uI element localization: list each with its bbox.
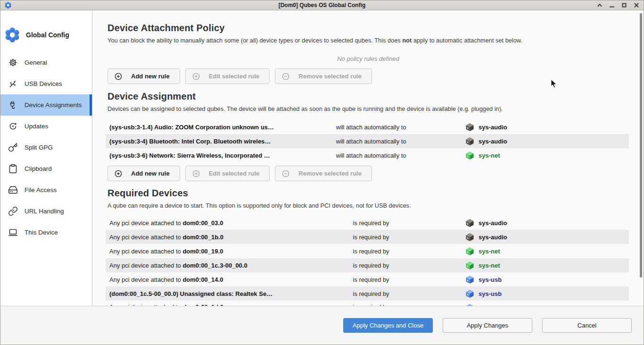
table-row[interactable]: Any pci device attached to dom0:00_03.0 … bbox=[106, 216, 629, 230]
qube-cell: sys-usb bbox=[458, 289, 629, 298]
shade-icon[interactable] bbox=[596, 2, 603, 8]
clipboard-icon bbox=[8, 164, 18, 174]
device-assignment-description: Devices can be assigned to selected qube… bbox=[107, 105, 629, 112]
updates-icon bbox=[8, 121, 18, 131]
attachment-policy-description: You can block the ability to manually at… bbox=[107, 37, 629, 44]
sidebar-item-device-assignments[interactable]: Device Assignments bbox=[0, 94, 92, 116]
vertical-scrollbar[interactable] bbox=[640, 13, 642, 278]
maximize-icon[interactable] bbox=[621, 2, 627, 8]
apply-changes-and-close-button[interactable]: Apply Changes and Close bbox=[343, 318, 433, 333]
qube-cell: sys-audio bbox=[458, 137, 629, 146]
plus-circle-icon bbox=[115, 170, 122, 177]
minus-circle-icon bbox=[282, 170, 289, 177]
sidebar-title: Global Config bbox=[26, 31, 69, 39]
qube-cell: sys-audio bbox=[458, 123, 629, 132]
link-icon bbox=[8, 206, 18, 216]
qube-cell: sys-net bbox=[458, 151, 629, 160]
qube-icon bbox=[465, 261, 474, 270]
sidebar-item-label: USB Devices bbox=[25, 80, 62, 87]
qube-cell: sys-audio bbox=[458, 219, 629, 227]
table-row[interactable]: Any pci device attached to dom0:00_19.0 … bbox=[106, 244, 629, 258]
qube-icon bbox=[465, 123, 474, 132]
apply-changes-button[interactable]: Apply Changes bbox=[443, 318, 532, 333]
qube-icon bbox=[465, 247, 474, 256]
qube-icon bbox=[465, 289, 474, 298]
edit-selected-rule-button[interactable]: Edit selected rule bbox=[185, 166, 270, 181]
sidebar-item-label: Clipboard bbox=[25, 165, 52, 172]
table-row[interactable]: Any pci device attached to dom0:00_14.0 … bbox=[106, 272, 629, 286]
edit-selected-rule-button[interactable]: Edit selected rule bbox=[185, 68, 270, 84]
sidebar-header: Global Config bbox=[0, 25, 92, 45]
sidebar-item-updates[interactable]: Updates bbox=[0, 116, 92, 137]
sidebar-item-label: File Access bbox=[25, 186, 57, 194]
close-icon[interactable] bbox=[633, 2, 639, 8]
drive-icon bbox=[8, 185, 18, 195]
policy-rule-buttons: Add new rule Edit selected rule Remove s… bbox=[107, 68, 644, 84]
qube-cell: sys-audio bbox=[458, 233, 629, 242]
qube-cell: sys-net bbox=[458, 247, 629, 256]
remove-selected-rule-button[interactable]: Remove selected rule bbox=[275, 166, 372, 181]
qubes-logo-icon bbox=[4, 26, 21, 43]
plus-circle-icon bbox=[192, 73, 200, 80]
sidebar-item-file-access[interactable]: File Access bbox=[0, 179, 92, 201]
minus-circle-icon bbox=[282, 73, 289, 80]
window-title: [Dom0] Qubes OS Global Config bbox=[0, 0, 644, 10]
sidebar-item-label: This Device bbox=[25, 229, 58, 236]
sidebar-nav: General USB Devices Device Assignments bbox=[0, 52, 92, 243]
add-new-rule-button[interactable]: Add new rule bbox=[107, 166, 180, 181]
table-row[interactable]: (sys-usb:3-4) Bluetooth: Intel Corp. Blu… bbox=[106, 134, 629, 148]
section-title-device-assignment: Device Assignment bbox=[107, 91, 644, 102]
footer-bar: Apply Changes and Close Apply Changes Ca… bbox=[0, 306, 644, 345]
sidebar-item-label: Updates bbox=[25, 123, 48, 130]
key-icon bbox=[8, 143, 18, 152]
device-assignment-table: (sys-usb:3-1.4) Audio: ZOOM Corporation … bbox=[106, 120, 629, 162]
sidebar-item-general[interactable]: General bbox=[0, 52, 92, 73]
sidebar-item-clipboard[interactable]: Clipboard bbox=[0, 158, 92, 179]
global-config-window: [Dom0] Qubes OS Global Config Global Con… bbox=[0, 0, 644, 345]
remove-selected-rule-button[interactable]: Remove selected rule bbox=[275, 68, 372, 84]
titlebar[interactable]: [Dom0] Qubes OS Global Config bbox=[0, 0, 644, 10]
table-row[interactable]: Any pci device attached to dom0:00_1c.3-… bbox=[106, 258, 629, 272]
section-title-required-devices: Required Devices bbox=[107, 188, 644, 199]
sidebar-item-usb-devices[interactable]: USB Devices bbox=[0, 73, 92, 94]
qube-icon bbox=[465, 233, 474, 242]
table-row[interactable]: (sys-usb:3-1.4) Audio: ZOOM Corporation … bbox=[106, 120, 629, 134]
table-row[interactable]: (dom0:00_1c.5-00_00.0) Unassigned class:… bbox=[106, 286, 629, 301]
table-row[interactable]: Any pci device attached to dom0:00_1b.0 … bbox=[106, 230, 629, 244]
assignment-rule-buttons: Add new rule Edit selected rule Remove s… bbox=[107, 166, 644, 181]
sidebar-item-label: Split GPG bbox=[25, 144, 53, 151]
table-row[interactable]: (sys-usb:3-6) Network: Sierra Wireless, … bbox=[106, 148, 629, 162]
minimize-icon[interactable] bbox=[609, 2, 615, 8]
plus-circle-icon bbox=[192, 170, 200, 177]
cancel-button[interactable]: Cancel bbox=[542, 318, 632, 333]
qube-icon bbox=[465, 151, 474, 160]
plus-circle-icon bbox=[115, 73, 122, 80]
qube-icon bbox=[465, 137, 474, 146]
required-devices-table: Any pci device attached to dom0:00_03.0 … bbox=[106, 216, 629, 306]
gear-icon bbox=[8, 58, 18, 67]
add-new-rule-button[interactable]: Add new rule bbox=[107, 68, 180, 84]
qube-icon bbox=[465, 219, 474, 227]
no-policy-rules-text: No policy rules defined bbox=[107, 55, 629, 62]
qube-cell: sys-net bbox=[458, 261, 629, 270]
table-row-cutoff[interactable]: Any pci device attached to dom0:00_1d.0 … bbox=[106, 301, 629, 306]
required-devices-description: A qube can require a device to start. Th… bbox=[107, 202, 629, 209]
sidebar-item-label: Device Assignments bbox=[25, 101, 82, 109]
sidebar-item-this-device[interactable]: This Device bbox=[0, 222, 92, 243]
sidebar-item-label: General bbox=[25, 59, 47, 66]
main-content: Device Attachment Policy You can block t… bbox=[92, 10, 644, 306]
section-title-attachment-policy: Device Attachment Policy bbox=[107, 23, 644, 34]
sidebar: Global Config General USB Devices bbox=[0, 10, 92, 306]
sidebar-item-split-gpg[interactable]: Split GPG bbox=[0, 137, 92, 158]
laptop-icon bbox=[8, 227, 18, 237]
plug-icon bbox=[8, 100, 18, 110]
sidebar-item-url-handling[interactable]: URL Handling bbox=[0, 201, 92, 222]
qube-icon bbox=[465, 275, 474, 284]
usb-icon bbox=[8, 79, 18, 89]
qube-cell: sys-usb bbox=[458, 275, 629, 284]
sidebar-item-label: URL Handling bbox=[25, 208, 64, 215]
